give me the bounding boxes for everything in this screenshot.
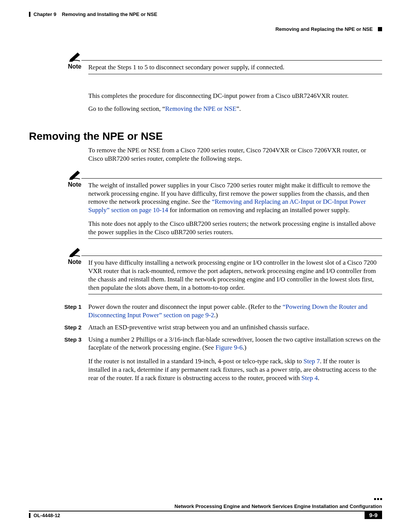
link-step-7[interactable]: Step 7	[304, 358, 320, 365]
doc-id: OL-4448-12	[33, 513, 60, 518]
note-text: If you have difficulty installing a netw…	[88, 259, 382, 292]
footer-dots-icon	[374, 498, 382, 500]
note-block-1: Note Repeat the Steps 1 to 5 to disconne…	[29, 52, 382, 74]
section-name: Removing and Replacing the NPE or NSE	[276, 26, 373, 32]
step-label: Step 1	[29, 303, 81, 310]
header-left: Chapter 9 Removing and Installing the NP…	[29, 11, 157, 17]
step-text: Attach an ESD-preventive wrist strap bet…	[88, 323, 382, 332]
note-block-3: Note If you have difficulty installing a…	[29, 247, 382, 294]
step-text: Power down the router and disconnect the…	[88, 303, 382, 320]
page-footer: Network Processing Engine and Network Se…	[29, 503, 382, 519]
paragraph-skip: If the router is not installed in a stan…	[88, 357, 382, 382]
paragraph-dc-done: This completes the procedure for disconn…	[88, 92, 382, 100]
pencil-icon	[68, 52, 81, 62]
page-header: Chapter 9 Removing and Installing the NP…	[29, 11, 382, 17]
header-bar-icon	[29, 12, 30, 17]
page-number: 9-9	[365, 511, 382, 519]
link-removing-npe[interactable]: Removing the NPE or NSE	[162, 105, 239, 112]
step-label: Step 3	[29, 335, 81, 343]
pencil-icon	[68, 247, 81, 257]
step-label: Step 2	[29, 323, 81, 331]
section-marker-icon	[378, 27, 382, 31]
link-figure-9-6[interactable]: Figure 9-6	[215, 344, 242, 351]
note-label: Note	[68, 259, 81, 265]
note-label: Note	[68, 181, 81, 188]
pencil-icon	[68, 170, 81, 180]
step-1: Step 1 Power down the router and disconn…	[29, 303, 382, 320]
book-title: Network Processing Engine and Network Se…	[29, 503, 382, 509]
step-3: Step 3 Using a number 2 Phillips or a 3/…	[29, 335, 382, 352]
link-step-4[interactable]: Step 4	[301, 374, 318, 382]
note-block-2: Note The weight of installed power suppl…	[29, 170, 382, 239]
section-heading: Removing the NPE or NSE	[29, 130, 382, 142]
chapter-title: Removing and Installing the NPE or NSE	[62, 11, 157, 17]
note-label: Note	[68, 63, 81, 70]
note-text: The weight of installed power supplies i…	[88, 181, 382, 236]
header-right: Removing and Replacing the NPE or NSE	[29, 26, 382, 32]
step-text: Using a number 2 Phillips or a 3/16-inch…	[88, 335, 382, 352]
paragraph-intro: To remove the NPE or NSE from a Cisco 72…	[88, 146, 382, 163]
footer-bar-icon	[29, 513, 30, 518]
step-2: Step 2 Attach an ESD-preventive wrist st…	[29, 323, 382, 332]
paragraph-goto: Go to the following section, Removing th…	[88, 105, 382, 113]
note-text: Repeat the Steps 1 to 5 to disconnect se…	[88, 63, 382, 72]
chapter-label: Chapter 9	[33, 11, 56, 17]
